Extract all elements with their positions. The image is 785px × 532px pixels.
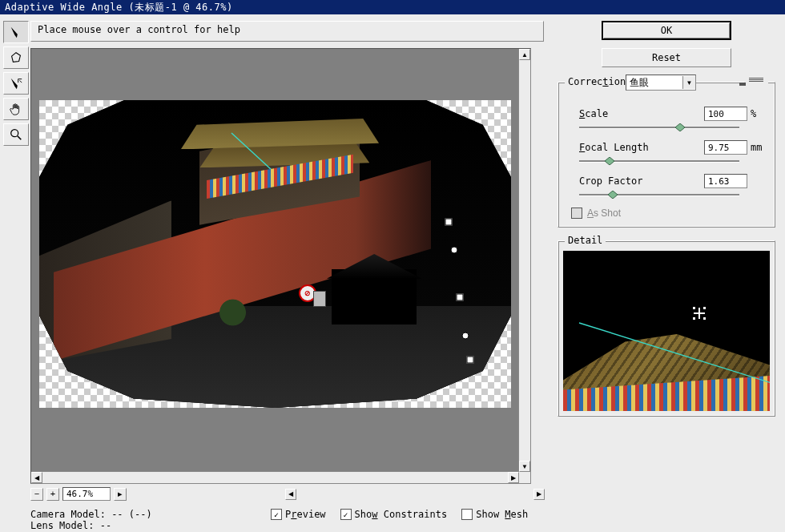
scroll-down-button[interactable]: ▼ bbox=[519, 461, 530, 472]
constraint-handle[interactable] bbox=[467, 357, 474, 364]
zoom-track[interactable] bbox=[130, 489, 282, 500]
detail-preview[interactable] bbox=[563, 251, 770, 411]
constraint-handle[interactable] bbox=[462, 332, 469, 340]
center-column: Place mouse over a control for help bbox=[30, 14, 553, 532]
move-tool[interactable] bbox=[3, 72, 29, 95]
polygon-tool[interactable] bbox=[3, 46, 29, 69]
zoom-tool[interactable] bbox=[3, 123, 29, 146]
constraints-overlay bbox=[31, 49, 272, 169]
scale-input[interactable] bbox=[704, 107, 747, 121]
crop-factor-row: Crop Factor bbox=[568, 174, 765, 188]
zoom-out-button[interactable]: − bbox=[30, 488, 43, 501]
hscroll-left[interactable]: ◀ bbox=[285, 489, 296, 500]
window-title: Adaptive Wide Angle (未标题-1 @ 46.7%) bbox=[5, 2, 233, 13]
detail-label: Detail bbox=[565, 235, 606, 246]
crop-factor-input[interactable] bbox=[704, 174, 747, 188]
crosshair-cursor-icon bbox=[694, 308, 705, 319]
scale-row: Scale % bbox=[568, 107, 765, 121]
scroll-up-button[interactable]: ▲ bbox=[519, 49, 530, 60]
hscroll-right[interactable]: ▶ bbox=[533, 489, 545, 500]
svg-point-0 bbox=[11, 130, 18, 137]
group-menu-icon[interactable] bbox=[744, 78, 768, 86]
zoom-input[interactable] bbox=[62, 487, 111, 501]
lens-model-label: Lens Model: -- bbox=[30, 520, 271, 531]
constraint-midpoint-handle[interactable] bbox=[457, 294, 464, 301]
svg-line-1 bbox=[18, 136, 22, 140]
hscroll-track[interactable] bbox=[300, 489, 530, 500]
zoom-menu-button[interactable]: ▸ bbox=[114, 488, 127, 501]
camera-model-label: Camera Model: -- (--) bbox=[30, 509, 271, 520]
detail-group: Detail bbox=[558, 240, 775, 417]
focal-length-slider[interactable] bbox=[579, 156, 739, 166]
hint-bar: Place mouse over a control for help bbox=[30, 21, 544, 42]
canvas-frame: ⊘ ▲ ▼ ◀ bbox=[30, 48, 531, 484]
constraint-tool[interactable] bbox=[3, 21, 29, 43]
svg-line-10 bbox=[579, 323, 770, 383]
right-column: OK Reset Correction: 鱼眼 ▼ Scale % bbox=[553, 14, 785, 532]
focal-length-input[interactable] bbox=[704, 140, 747, 155]
reset-button[interactable]: Reset bbox=[602, 48, 731, 67]
title-bar: Adaptive Wide Angle (未标题-1 @ 46.7%) bbox=[0, 0, 785, 14]
scale-slider[interactable] bbox=[579, 123, 739, 132]
vertical-scrollbar[interactable]: ▲ ▼ bbox=[518, 49, 530, 472]
scroll-left-button[interactable]: ◀ bbox=[31, 472, 42, 483]
tool-column bbox=[0, 14, 30, 532]
show-mesh-checkbox[interactable]: Show Mesh bbox=[461, 509, 528, 520]
correction-select[interactable]: 鱼眼 ▼ bbox=[626, 75, 696, 91]
svg-line-4 bbox=[231, 133, 272, 169]
horizontal-scrollbar[interactable]: ◀ ▶ bbox=[31, 471, 519, 483]
canvas-viewport[interactable]: ⊘ bbox=[31, 49, 519, 472]
zoom-row: − + ▸ ◀ ▶ bbox=[30, 487, 545, 501]
crop-factor-slider[interactable] bbox=[579, 190, 739, 200]
footer-row: Camera Model: -- (--) Lens Model: -- ✓ P… bbox=[30, 509, 545, 531]
constraint-handle[interactable] bbox=[445, 219, 453, 226]
scroll-right-button[interactable]: ▶ bbox=[508, 472, 519, 483]
correction-group: Correction: 鱼眼 ▼ Scale % Foc bbox=[558, 82, 775, 228]
scroll-corner bbox=[519, 472, 530, 483]
dropdown-arrow-icon: ▼ bbox=[682, 76, 695, 89]
ok-button[interactable]: OK bbox=[602, 21, 731, 40]
as-shot-checkbox: As Shot bbox=[568, 208, 765, 219]
focal-length-row: Focal Length mm bbox=[568, 140, 765, 155]
svg-marker-7 bbox=[675, 123, 685, 131]
constraint-handle[interactable] bbox=[451, 247, 458, 254]
preview-checkbox[interactable]: ✓ Preview bbox=[271, 509, 326, 520]
svg-marker-8 bbox=[605, 157, 614, 165]
show-constraints-checkbox[interactable]: ✓ Show Constraints bbox=[340, 509, 448, 520]
zoom-in-button[interactable]: + bbox=[46, 488, 59, 501]
hand-tool[interactable] bbox=[3, 98, 29, 120]
svg-marker-9 bbox=[608, 191, 618, 199]
